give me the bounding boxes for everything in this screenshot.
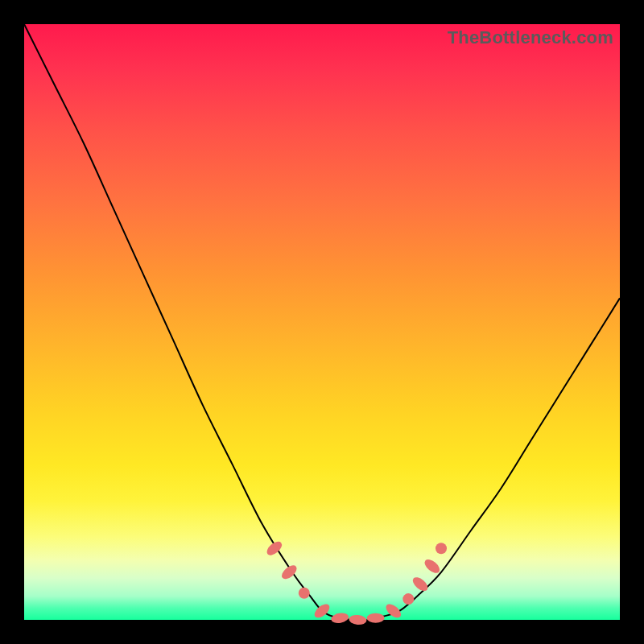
curve-markers — [265, 539, 447, 625]
curve-svg — [24, 24, 620, 620]
curve-marker — [411, 575, 431, 593]
curve-marker — [423, 557, 443, 576]
curve-marker — [330, 612, 349, 625]
curve-marker — [402, 593, 414, 605]
plot-area: TheBottleneck.com — [24, 24, 620, 620]
curve-marker — [299, 588, 310, 599]
curve-marker — [312, 601, 332, 620]
curve-marker — [349, 614, 367, 625]
curve-marker — [367, 613, 385, 623]
chart-frame: TheBottleneck.com — [0, 0, 644, 644]
bottleneck-curve — [24, 24, 620, 620]
curve-marker — [436, 543, 447, 554]
